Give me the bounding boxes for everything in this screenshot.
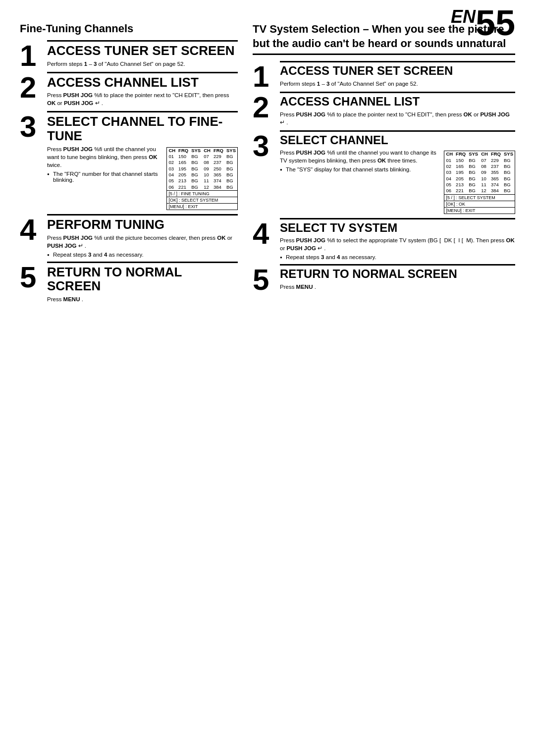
step-number-5-right: 5	[253, 265, 280, 295]
right-column: TV System Selection – When you see the p…	[253, 22, 515, 307]
step-number-3-left: 3	[20, 112, 47, 142]
step-heading-4-left: PERFORM TUNING	[47, 217, 238, 232]
step-4-right: 4 SELECT TV SYSTEM Press PUSH JOG %fi to…	[253, 218, 515, 265]
step-2-left: 2 ACCESS CHANNEL LIST Press PUSH JOG %fi…	[20, 72, 238, 111]
step-1-left: 1 ACCESS TUNER SET SCREEN Perform steps …	[20, 40, 238, 72]
step-number-4-left: 4	[20, 215, 47, 245]
step-bullet-3-right: The "SYS" display for that channel start…	[280, 166, 515, 172]
step-body-2-left: Press PUSH JOG %fi to place the pointer …	[47, 91, 238, 107]
step-bullet-4-left: Repeat steps 3 and 4 as necessary.	[47, 252, 238, 258]
step-body-4-left: Press PUSH JOG %fi until the picture bec…	[47, 234, 238, 250]
page: EN55 Fine-Tuning Channels 1 ACCESS TUNER…	[0, 0, 535, 756]
step-5-left: 5 RETURN TO NORMAL SCREEN Press MENU .	[20, 262, 238, 307]
step-number-2-right: 2	[253, 93, 280, 122]
ch-table-right: CHFRQSYSCHFRQSYS 01150BG07229BG 02165BG0…	[444, 151, 515, 214]
step-heading-5-left: RETURN TO NORMAL SCREEN	[47, 265, 238, 293]
left-column-title: Fine-Tuning Channels	[20, 22, 238, 35]
step-number-2-left: 2	[20, 73, 47, 103]
step-5-right: 5 RETURN TO NORMAL SCREEN Press MENU .	[253, 264, 515, 295]
step-body-1-right: Perform steps 1 – 3 of "Auto Channel Set…	[280, 80, 515, 88]
step-heading-4-right: SELECT TV SYSTEM	[280, 221, 515, 234]
step-number-1-left: 1	[20, 41, 47, 71]
en-label: EN	[451, 6, 476, 27]
step-content-2-right: ACCESS CHANNEL LIST Press PUSH JOG %fi t…	[280, 92, 515, 130]
step-2-right: 2 ACCESS CHANNEL LIST Press PUSH JOG %fi…	[253, 92, 515, 130]
step-body-2-right: Press PUSH JOG %fi to place the pointer …	[280, 110, 515, 126]
left-column: Fine-Tuning Channels 1 ACCESS TUNER SET …	[20, 22, 238, 307]
step-bullet-4-right: Repeat steps 3 and 4 as necessary.	[280, 254, 515, 260]
step-heading-2-left: ACCESS CHANNEL LIST	[47, 75, 238, 90]
step-3-left: 3 SELECT CHANNEL TO FINE-TUNE CHFRQSYSCH…	[20, 111, 238, 214]
step-1-right: 1 ACCESS TUNER SET SCREEN Perform steps …	[253, 61, 515, 92]
page-number: EN55	[451, 5, 515, 41]
step-content-3-left: SELECT CHANNEL TO FINE-TUNE CHFRQSYSCHFR…	[47, 111, 238, 214]
step-content-2-left: ACCESS CHANNEL LIST Press PUSH JOG %fi t…	[47, 72, 238, 111]
step-heading-2-right: ACCESS CHANNEL LIST	[280, 95, 515, 108]
step-content-1-left: ACCESS TUNER SET SCREEN Perform steps 1 …	[47, 40, 238, 72]
step-number-1-right: 1	[253, 62, 280, 92]
step-body-5-left: Press MENU .	[47, 295, 238, 303]
step-body-1-left: Perform steps 1 – 3 of "Auto Channel Set…	[47, 60, 238, 68]
step-content-4-left: PERFORM TUNING Press PUSH JOG %fi until …	[47, 214, 238, 262]
step-heading-1-left: ACCESS TUNER SET SCREEN	[47, 44, 238, 58]
step-heading-5-right: RETURN TO NORMAL SCREEN	[280, 268, 515, 280]
step-content-5-right: RETURN TO NORMAL SCREEN Press MENU .	[280, 264, 515, 294]
step-content-4-right: SELECT TV SYSTEM Press PUSH JOG %fi to s…	[280, 218, 515, 265]
step-number-3-right: 3	[253, 131, 280, 161]
step-content-1-right: ACCESS TUNER SET SCREEN Perform steps 1 …	[280, 61, 515, 91]
step-3-right: 3 SELECT CHANNEL CHFRQSYSCHFRQSYS 01150B…	[253, 130, 515, 218]
step-number-5-left: 5	[20, 263, 47, 292]
step-body-4-right: Press PUSH JOG %fi to select the appropr…	[280, 236, 515, 252]
step-heading-3-right: SELECT CHANNEL	[280, 134, 515, 147]
step-4-left: 4 PERFORM TUNING Press PUSH JOG %fi unti…	[20, 214, 238, 262]
step-heading-3-left: SELECT CHANNEL TO FINE-TUNE	[47, 114, 238, 143]
step-content-3-right: SELECT CHANNEL CHFRQSYSCHFRQSYS 01150BG0…	[280, 130, 515, 218]
step-content-5-left: RETURN TO NORMAL SCREEN Press MENU .	[47, 262, 238, 307]
step-body-5-right: Press MENU .	[280, 283, 515, 291]
step-number-4-right: 4	[253, 219, 280, 249]
step-bullet-3-left: The "FRQ" number for that channel starts…	[47, 171, 238, 183]
step-heading-1-right: ACCESS TUNER SET SCREEN	[280, 64, 515, 77]
